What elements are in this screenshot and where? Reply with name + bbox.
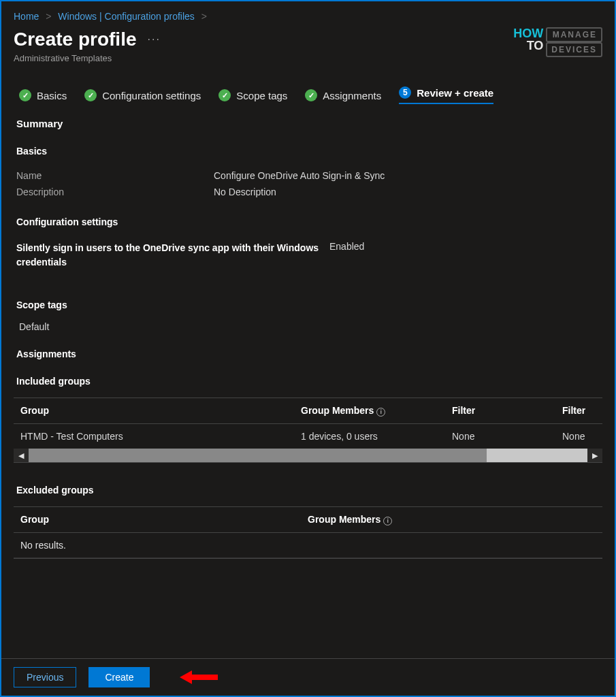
scope-heading: Scope tags [16,299,602,310]
logo-text-devices: DEVICES [546,42,602,57]
chevron-right-icon: > [46,11,51,22]
col-group-members: Group Membersi [301,405,444,417]
cell-group: HTMD - Test Computers [20,431,293,442]
brand-logo: HOW TO MANAGE DEVICES [513,27,602,57]
scope-value: Default [19,321,602,332]
basics-heading: Basics [16,146,602,157]
logo-text-to: TO [513,39,543,52]
config-setting-label: Silently sign in users to the OneDrive s… [16,241,329,270]
step-basics[interactable]: Basics [19,89,67,101]
breadcrumb-home[interactable]: Home [14,11,39,22]
scroll-right-icon[interactable]: ▶ [587,449,602,462]
create-button[interactable]: Create [88,667,150,687]
empty-text: No results. [20,540,66,551]
scroll-thumb[interactable] [29,449,487,462]
col-filter-2: Filter [562,405,596,417]
config-setting-value: Enabled [329,241,364,252]
check-icon [84,89,97,101]
step-label: Configuration settings [102,90,201,101]
info-icon[interactable]: i [376,408,385,417]
logo-text-how: HOW [513,27,543,39]
cell-filter: None [452,431,554,442]
step-number-icon: 5 [399,86,411,99]
wizard-steps: Basics Configuration settings Scope tags… [14,86,602,104]
config-heading: Configuration settings [16,216,602,227]
breadcrumb-windows-config[interactable]: Windows | Configuration profiles [58,11,195,22]
breadcrumb: Home > Windows | Configuration profiles … [14,11,602,22]
logo-text-manage: MANAGE [546,27,602,42]
step-label: Assignments [323,90,381,101]
included-groups-heading: Included groups [16,376,602,387]
included-groups-table: Group Group Membersi Filter Filter HTMD … [14,398,602,463]
col-group: Group [20,405,293,417]
check-icon [19,89,31,101]
svg-marker-1 [180,670,192,684]
basics-name-value: Configure OneDrive Auto Sign-in & Sync [214,170,385,181]
annotation-arrow-icon [178,668,219,687]
scroll-track[interactable] [29,449,587,462]
info-icon[interactable]: i [383,517,392,525]
step-label: Basics [37,90,67,101]
footer-actions: Previous Create [1,658,615,696]
previous-button[interactable]: Previous [14,667,76,687]
basics-description-value: No Description [214,187,276,197]
check-icon [305,89,317,101]
chevron-right-icon: > [201,11,207,22]
check-icon [218,89,231,101]
horizontal-scrollbar[interactable]: ◀ ▶ [14,449,602,462]
cell-filter-2: None [562,431,596,442]
step-configuration[interactable]: Configuration settings [84,89,201,101]
excluded-groups-heading: Excluded groups [16,485,602,496]
assignments-heading: Assignments [16,348,602,359]
step-review-create[interactable]: 5 Review + create [399,86,493,104]
basics-name-label: Name [16,170,214,181]
scroll-left-icon[interactable]: ◀ [14,449,29,462]
step-assignments[interactable]: Assignments [305,89,381,101]
more-menu-icon[interactable]: ··· [148,33,161,46]
step-label: Review + create [417,87,493,99]
col-filter: Filter [452,405,554,417]
summary-heading: Summary [16,118,602,129]
table-row[interactable]: HTMD - Test Computers 1 devices, 0 users… [14,424,602,449]
table-row-empty: No results. [14,533,602,558]
page-title: Create profile [14,29,137,50]
excluded-groups-table: Group Group Membersi No results. [14,506,602,559]
basics-description-label: Description [16,187,214,197]
col-group: Group [20,514,299,525]
step-scope-tags[interactable]: Scope tags [218,89,287,101]
cell-members: 1 devices, 0 users [301,431,444,442]
step-label: Scope tags [236,90,287,101]
col-group-members: Group Membersi [308,514,596,525]
